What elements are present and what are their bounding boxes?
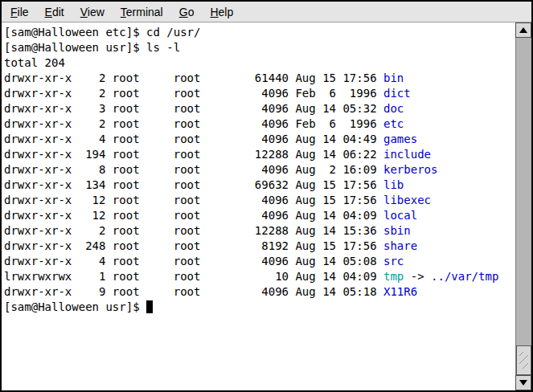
menu-item-view[interactable]: View: [72, 3, 113, 21]
terminal-area: [sam@Halloween etc]$ cd /usr/[sam@Hallow…: [2, 22, 531, 390]
symlink-name: tmp: [383, 270, 404, 283]
terminal-line: drwxr-xr-x 12 root root 4096 Aug 14 04:0…: [4, 208, 515, 223]
directory-name: dict: [383, 87, 411, 100]
directory-name: share: [383, 239, 417, 252]
terminal-line: drwxr-xr-x 134 root root 69632 Aug 15 17…: [4, 178, 515, 193]
directory-name: src: [383, 255, 404, 267]
directory-name: games: [383, 133, 417, 145]
directory-name: etc: [383, 117, 404, 130]
scrollbar-thumb[interactable]: [516, 345, 531, 375]
menu-item-go[interactable]: Go: [171, 3, 203, 21]
terminal-line: drwxr-xr-x 194 root root 12288 Aug 14 06…: [4, 147, 515, 162]
scrollbar: [515, 22, 531, 390]
terminal-text: drwxr-xr-x 3 root root 4096 Aug 14 05:32: [4, 102, 383, 115]
terminal-output[interactable]: [sam@Halloween etc]$ cd /usr/[sam@Hallow…: [2, 22, 515, 390]
terminal-text: drwxr-xr-x 134 root root 69632 Aug 15 17…: [4, 178, 383, 191]
terminal-text: drwxr-xr-x 9 root root 4096 Aug 14 05:18: [4, 285, 383, 298]
directory-name: lib: [383, 178, 404, 191]
terminal-text: drwxr-xr-x 194 root root 12288 Aug 14 06…: [4, 148, 383, 161]
terminal-line: [sam@Halloween etc]$ cd /usr/: [4, 25, 515, 40]
menu-bar: FileEditViewTerminalGoHelp: [2, 2, 531, 22]
menu-item-edit[interactable]: Edit: [37, 3, 72, 21]
terminal-line: drwxr-xr-x 2 root root 4096 Feb 6 1996 e…: [4, 116, 515, 132]
terminal-text: drwxr-xr-x 8 root root 4096 Aug 2 16:09: [4, 163, 383, 176]
arrow-down-icon: [519, 380, 527, 386]
directory-name: X11R6: [383, 285, 417, 298]
arrow-up-icon: [519, 27, 527, 33]
directory-name: libexec: [383, 194, 431, 206]
terminal-text: drwxr-xr-x 248 root root 8192 Aug 15 17:…: [4, 239, 383, 252]
terminal-line: drwxr-xr-x 12 root root 4096 Aug 15 17:5…: [4, 193, 515, 208]
terminal-text: drwxr-xr-x 12 root root 4096 Aug 14 04:0…: [4, 209, 383, 222]
terminal-text: drwxr-xr-x 4 root root 4096 Aug 14 04:49: [4, 133, 383, 145]
directory-name: doc: [383, 102, 404, 115]
menu-item-file[interactable]: File: [2, 3, 37, 21]
terminal-line: drwxr-xr-x 2 root root 4096 Feb 6 1996 d…: [4, 86, 515, 101]
terminal-text: drwxr-xr-x 2 root root 61440 Aug 15 17:5…: [4, 71, 383, 84]
terminal-text: [sam@Halloween usr]$ ls -l: [4, 41, 180, 54]
terminal-window: FileEditViewTerminalGoHelp [sam@Hallowee…: [0, 0, 533, 392]
menu-item-mnemonic: H: [210, 6, 218, 18]
terminal-line: drwxr-xr-x 8 root root 4096 Aug 2 16:09 …: [4, 162, 515, 178]
menu-item-mnemonic: G: [179, 6, 188, 18]
terminal-text: ->: [404, 270, 431, 283]
menu-item-mnemonic: F: [10, 6, 18, 18]
scroll-down-button[interactable]: [515, 375, 531, 390]
terminal-line: drwxr-xr-x 248 root root 8192 Aug 15 17:…: [4, 239, 515, 254]
terminal-text: lrwxrwxrwx 1 root root 10 Aug 14 04:09: [4, 270, 383, 283]
terminal-text: [sam@Halloween etc]$ cd /usr/: [4, 26, 200, 39]
terminal-line: drwxr-xr-x 3 root root 4096 Aug 14 05:32…: [4, 101, 515, 116]
terminal-line: [sam@Halloween usr]$ ls -l: [4, 40, 515, 55]
scroll-up-button[interactable]: [515, 22, 531, 38]
directory-name: bin: [383, 71, 404, 84]
thumb-grip-icon: [519, 352, 528, 369]
menu-item-terminal[interactable]: Terminal: [113, 3, 171, 21]
terminal-text: drwxr-xr-x 2 root root 4096 Feb 6 1996: [4, 117, 383, 130]
menu-item-mnemonic: V: [80, 6, 88, 18]
terminal-line: lrwxrwxrwx 1 root root 10 Aug 14 04:09 t…: [4, 269, 515, 284]
terminal-line: [sam@Halloween usr]$: [4, 300, 515, 315]
terminal-text: drwxr-xr-x 2 root root 12288 Aug 14 15:3…: [4, 224, 383, 237]
terminal-text: drwxr-xr-x 12 root root 4096 Aug 15 17:5…: [4, 194, 383, 206]
menu-item-mnemonic: E: [45, 6, 52, 18]
terminal-line: drwxr-xr-x 4 root root 4096 Aug 14 04:49…: [4, 132, 515, 147]
terminal-text: drwxr-xr-x 2 root root 4096 Feb 6 1996: [4, 87, 383, 100]
terminal-line: total 204: [4, 55, 515, 71]
directory-name: sbin: [383, 224, 411, 237]
directory-name: local: [383, 209, 417, 222]
directory-name: include: [383, 148, 431, 161]
directory-name: ../var/tmp: [431, 270, 498, 283]
terminal-text: total 204: [4, 56, 65, 69]
text-cursor: [146, 300, 153, 313]
menu-item-mnemonic: T: [121, 6, 126, 18]
terminal-line: drwxr-xr-x 4 root root 4096 Aug 14 05:08…: [4, 254, 515, 269]
terminal-line: drwxr-xr-x 2 root root 12288 Aug 14 15:3…: [4, 223, 515, 239]
scrollbar-track[interactable]: [515, 38, 531, 375]
terminal-text: [sam@Halloween usr]$: [4, 300, 146, 313]
terminal-text: drwxr-xr-x 4 root root 4096 Aug 14 05:08: [4, 255, 383, 267]
terminal-line: drwxr-xr-x 2 root root 61440 Aug 15 17:5…: [4, 71, 515, 86]
directory-name: kerberos: [383, 163, 437, 176]
terminal-line: drwxr-xr-x 9 root root 4096 Aug 14 05:18…: [4, 284, 515, 300]
menu-item-help[interactable]: Help: [202, 3, 241, 21]
